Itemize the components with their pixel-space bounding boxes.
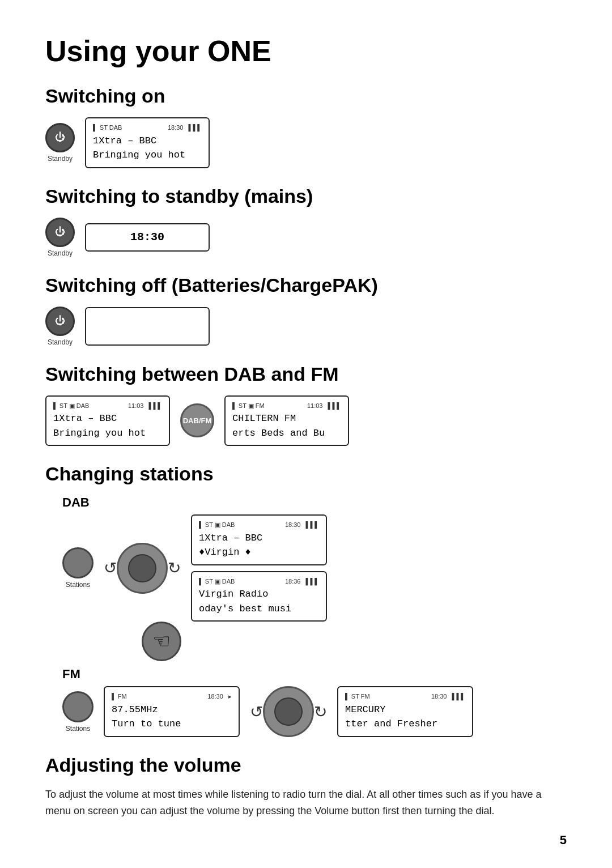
section-switching-dab-fm: Switching between DAB and FM ▌ ST ▣ DAB … [45, 363, 567, 446]
stations-knob-dab[interactable] [62, 547, 94, 578]
lcd-line1-switching-on: 1Xtra – BBC [93, 134, 202, 148]
switching-standby-row: ⏻ Standby 18:30 [45, 218, 567, 257]
heading-changing-stations: Changing stations [45, 463, 567, 485]
fm-stations-row: Stations ▌ FM 18:30 ▸ 87.55MHz Turn to t… [62, 686, 567, 737]
switching-dab-fm-row: ▌ ST ▣ DAB 11:03 ▌▌▌ 1Xtra – BBC Bringin… [45, 395, 567, 446]
dab-subsection: DAB Stations ↺ ↻ ▌ ST ▣ DAB [62, 495, 567, 661]
lcd-fm-line1: CHILTERN FM [232, 411, 341, 426]
lcd-mode-switching-on: ▌ ST DAB [93, 123, 122, 133]
lcd-dab-stations-2: ▌ ST ▣ DAB 18:36 ▌▌▌ Virgin Radio oday's… [191, 571, 327, 622]
dab-dial-group: ↺ ↻ [104, 543, 181, 594]
section-switching-off: Switching off (Batteries/ChargePAK) ⏻ St… [45, 274, 567, 346]
lcd-top-switching-on: ▌ ST DAB 18:30 ▌▌▌ [93, 123, 202, 133]
standby-label: Standby [48, 155, 73, 163]
hand-icon: ☜ [152, 629, 171, 653]
lcd-top-dab-s2: ▌ ST ▣ DAB 18:36 ▌▌▌ [199, 577, 319, 586]
fm-dial-inner [274, 697, 303, 726]
lcd-fm-stations-2: ▌ ST FM 18:30 ▌▌▌ MERCURY tter and Fresh… [337, 686, 473, 737]
lcd-dab-stations-1: ▌ ST ▣ DAB 18:30 ▌▌▌ 1Xtra – BBC ♦Virgin… [191, 514, 327, 565]
lcd-time-standby: 18:30 [130, 229, 164, 246]
stations-label-dab: Stations [66, 581, 90, 589]
lcd-dab-line1: 1Xtra – BBC [53, 411, 162, 426]
arrow-right-dab: ↻ [168, 559, 181, 577]
dab-stations-row: Stations ↺ ↻ ▌ ST ▣ DAB 18:30 [62, 514, 567, 622]
standby-off-icon[interactable]: ⏻ [45, 307, 75, 336]
lcd-top-dab: ▌ ST ▣ DAB 11:03 ▌▌▌ [53, 401, 162, 411]
fm-subsection: FM Stations ▌ FM 18:30 ▸ 87.55MHz Turn [62, 667, 567, 737]
lcd-dab-s2-line1: Virgin Radio [199, 587, 319, 602]
lcd-fm: ▌ ST ▣ FM 11:03 ▌▌▌ CHILTERN FM erts Bed… [224, 395, 349, 446]
lcd-fm-s1-line1: 87.55MHz [112, 703, 232, 717]
lcd-top-fm-s2: ▌ ST FM 18:30 ▌▌▌ [345, 692, 465, 701]
standby-button-group: ⏻ Standby [45, 123, 75, 163]
fm-label: FM [62, 667, 567, 682]
fm-dial-group: ↺ ↻ [250, 686, 327, 737]
hand-tap-group: ☜ [142, 622, 567, 661]
heading-adjusting-volume: Adjusting the volume [45, 754, 567, 776]
page-title: Using your ONE [45, 34, 567, 68]
stations-button-group-dab: Stations [62, 547, 94, 589]
page-number: 5 [560, 833, 567, 848]
arrow-left-dab: ↺ [104, 559, 117, 577]
adjusting-volume-text: To adjust the volume at most times while… [45, 786, 567, 819]
stations-button-group-fm: Stations [62, 691, 94, 733]
dab-label: DAB [62, 495, 567, 510]
standby-off-label: Standby [48, 338, 73, 346]
heading-switching-on: Switching on [45, 85, 567, 107]
lcd-fm-s1-line2: Turn to tune [112, 717, 232, 731]
fm-dial[interactable] [263, 686, 314, 737]
heading-switching-standby: Switching to standby (mains) [45, 185, 567, 207]
section-switching-on: Switching on ⏻ Standby ▌ ST DAB 18:30 ▌▌… [45, 85, 567, 168]
standby-icon[interactable]: ⏻ [45, 123, 75, 152]
section-changing-stations: Changing stations DAB Stations ↺ ↻ [45, 463, 567, 737]
lcd-time-switching-on: 18:30 ▌▌▌ [168, 123, 202, 133]
lcd-top-dab-s1: ▌ ST ▣ DAB 18:30 ▌▌▌ [199, 520, 319, 530]
arrow-left-fm: ↺ [250, 703, 263, 721]
lcd-dab-s1-line1: 1Xtra – BBC [199, 531, 319, 546]
heading-switching-dab-fm: Switching between DAB and FM [45, 363, 567, 385]
dab-dial[interactable] [117, 543, 168, 594]
arrow-right-fm: ↻ [314, 703, 327, 721]
dab-fm-button-group: DAB/FM [180, 403, 214, 437]
section-switching-standby: Switching to standby (mains) ⏻ Standby 1… [45, 185, 567, 257]
lcd-dab-s1-line2: ♦Virgin ♦ [199, 545, 319, 560]
section-adjusting-volume: Adjusting the volume To adjust the volum… [45, 754, 567, 819]
standby-off-button-group: ⏻ Standby [45, 307, 75, 346]
lcd-top-fm: ▌ ST ▣ FM 11:03 ▌▌▌ [232, 401, 341, 411]
lcd-fm-line2: erts Beds and Bu [232, 426, 341, 441]
lcd-switching-on: ▌ ST DAB 18:30 ▌▌▌ 1Xtra – BBC Bringing … [85, 117, 210, 168]
standby-mains-button-group: ⏻ Standby [45, 218, 75, 257]
lcd-line2-switching-on: Bringing you hot [93, 148, 202, 163]
dab-fm-button[interactable]: DAB/FM [180, 403, 214, 437]
lcd-dab-s2-line2: oday's best musi [199, 602, 319, 616]
lcd-fm-stations-1: ▌ FM 18:30 ▸ 87.55MHz Turn to tune [104, 686, 240, 737]
standby-mains-icon[interactable]: ⏻ [45, 218, 75, 247]
lcd-switching-standby: 18:30 [85, 223, 210, 252]
standby-mains-label: Standby [48, 249, 73, 257]
dab-lcd-stack: ▌ ST ▣ DAB 18:30 ▌▌▌ 1Xtra – BBC ♦Virgin… [191, 514, 327, 622]
stations-label-fm: Stations [66, 725, 90, 733]
stations-knob-fm[interactable] [62, 691, 94, 722]
lcd-top-fm-s1: ▌ FM 18:30 ▸ [112, 692, 232, 701]
lcd-dab: ▌ ST ▣ DAB 11:03 ▌▌▌ 1Xtra – BBC Bringin… [45, 395, 170, 446]
lcd-fm-s2-line1: MERCURY [345, 703, 465, 717]
dab-dial-inner [128, 554, 156, 582]
tap-knob[interactable]: ☜ [142, 622, 181, 661]
heading-switching-off: Switching off (Batteries/ChargePAK) [45, 274, 567, 296]
switching-off-row: ⏻ Standby [45, 307, 567, 346]
lcd-dab-line2: Bringing you hot [53, 426, 162, 441]
lcd-switching-off [85, 307, 210, 346]
lcd-fm-s2-line2: tter and Fresher [345, 717, 465, 731]
switching-on-row: ⏻ Standby ▌ ST DAB 18:30 ▌▌▌ 1Xtra – BBC… [45, 117, 567, 168]
